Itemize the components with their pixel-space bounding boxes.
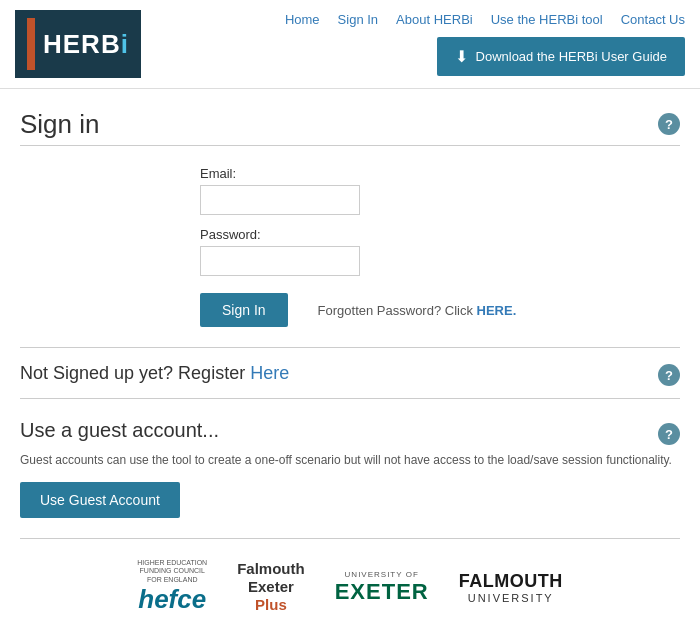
- falmouth-uni-main: FALMOUTH: [459, 571, 563, 592]
- download-guide-button[interactable]: ⬇ Download the HERBi User Guide: [437, 37, 685, 76]
- main-content: Sign in ? Email: Password: Sign In Forgo…: [0, 89, 700, 642]
- guest-header: Use a guest account... ?: [20, 419, 680, 445]
- nav-home[interactable]: Home: [285, 12, 320, 27]
- nav-signin[interactable]: Sign In: [338, 12, 378, 27]
- logo: HERBi: [15, 10, 141, 78]
- footer-logos: HIGHER EDUCATIONFUNDING COUNCILFOR ENGLA…: [20, 539, 680, 635]
- download-guide-label: Download the HERBi User Guide: [476, 49, 667, 64]
- fe-title: FalmouthExeterPlus: [237, 560, 305, 614]
- forgot-password-text: Forgotten Password? Click HERE.: [318, 303, 517, 318]
- header: HERBi Home Sign In About HERBi Use the H…: [0, 0, 700, 89]
- forgot-password-link[interactable]: HERE.: [477, 303, 517, 318]
- email-label: Email:: [200, 166, 360, 181]
- nav-use-tool[interactable]: Use the HERBi tool: [491, 12, 603, 27]
- nav-links: Home Sign In About HERBi Use the HERBi t…: [285, 12, 685, 27]
- falmouth-exeter-logo: FalmouthExeterPlus: [237, 560, 305, 614]
- signin-section-header: Sign in ?: [20, 109, 680, 146]
- exeter-small-text: UNIVERSITY OF: [335, 570, 429, 579]
- falmouth-uni-sub: UNIVERSITY: [459, 592, 563, 604]
- guest-help-icon[interactable]: ?: [658, 423, 680, 445]
- password-group: Password:: [200, 227, 360, 276]
- logo-bar: [27, 18, 35, 70]
- nav-about[interactable]: About HERBi: [396, 12, 473, 27]
- signin-button[interactable]: Sign In: [200, 293, 288, 327]
- guest-section: Use a guest account... ? Guest accounts …: [20, 419, 680, 539]
- exeter-main-text: EXETER: [335, 579, 429, 605]
- use-guest-account-button[interactable]: Use Guest Account: [20, 482, 180, 518]
- nav-contact[interactable]: Contact Us: [621, 12, 685, 27]
- email-group: Email:: [200, 166, 360, 215]
- signin-row: Sign In Forgotten Password? Click HERE.: [200, 293, 516, 327]
- nav-area: Home Sign In About HERBi Use the HERBi t…: [285, 12, 685, 76]
- falmouth-university-logo: FALMOUTH UNIVERSITY: [459, 571, 563, 604]
- signin-title: Sign in: [20, 109, 100, 140]
- guest-description: Guest accounts can use the tool to creat…: [20, 453, 680, 467]
- guest-title: Use a guest account...: [20, 419, 219, 442]
- hefce-small-text: HIGHER EDUCATIONFUNDING COUNCILFOR ENGLA…: [137, 559, 207, 584]
- signin-help-icon[interactable]: ?: [658, 113, 680, 135]
- password-label: Password:: [200, 227, 360, 242]
- hefce-logo: HIGHER EDUCATIONFUNDING COUNCILFOR ENGLA…: [137, 559, 207, 615]
- logo-text: HERBi: [43, 29, 129, 60]
- email-input[interactable]: [200, 185, 360, 215]
- register-help-icon[interactable]: ?: [658, 364, 680, 386]
- register-section: Not Signed up yet? Register Here ?: [20, 347, 680, 399]
- register-link[interactable]: Here: [250, 363, 289, 383]
- hefce-main-text: hefce: [138, 584, 206, 615]
- logo-box: HERBi: [15, 10, 141, 78]
- signin-form: Email: Password: Sign In Forgotten Passw…: [200, 166, 680, 327]
- password-input[interactable]: [200, 246, 360, 276]
- download-icon: ⬇: [455, 47, 468, 66]
- register-text: Not Signed up yet? Register Here: [20, 363, 289, 384]
- university-exeter-logo: UNIVERSITY OF EXETER: [335, 570, 429, 605]
